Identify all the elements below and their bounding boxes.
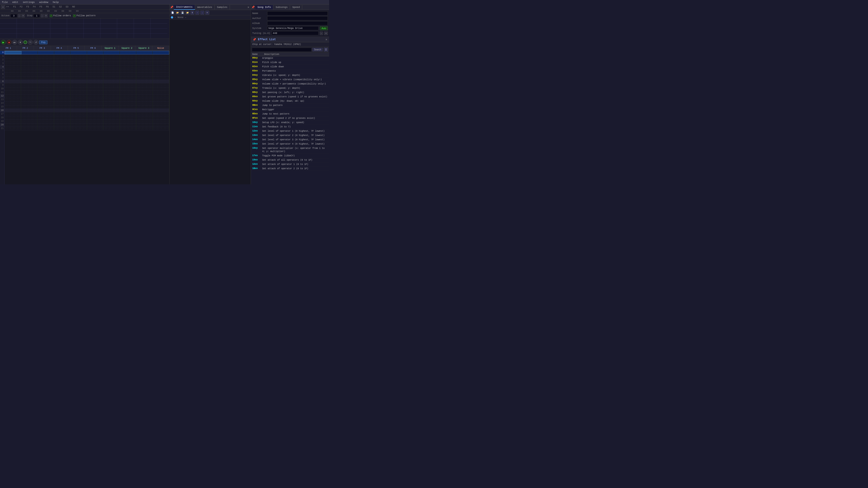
effect-item-23[interactable]: 19xxSet attack of all operators (0 to 1F… <box>251 158 329 162</box>
pattern-cell-7-3[interactable] <box>54 76 70 79</box>
pattern-cell-1-2[interactable] <box>37 55 54 58</box>
add-channel-btn[interactable]: + <box>1 5 5 9</box>
pattern-cell-20-7[interactable] <box>120 123 136 127</box>
pattern-row-15[interactable] <box>4 105 169 109</box>
pattern-cell-0-7[interactable] <box>120 51 136 54</box>
effect-item-3[interactable]: 03xxPortamento <box>251 69 329 73</box>
effect-item-5[interactable]: 05xyVolume slide + vibrato (compatibilit… <box>251 78 329 82</box>
pattern-cell-21-4[interactable] <box>70 127 87 130</box>
wavetable-radio[interactable] <box>171 16 173 19</box>
pattern-cell-7-2[interactable] <box>37 76 54 79</box>
pattern-cell-10-7[interactable] <box>120 87 136 90</box>
pattern-cell-9-5[interactable] <box>87 84 103 87</box>
pattern-cell-20-9[interactable] <box>153 123 169 127</box>
pattern-cell-3-3[interactable] <box>54 62 70 65</box>
pattern-cell-3-8[interactable] <box>136 62 153 65</box>
pattern-cell-8-4[interactable] <box>70 80 87 83</box>
follow-pattern-checkbox[interactable]: ✓ <box>73 14 76 17</box>
effect-item-21[interactable]: 16xySet operator multiplier (x: operator… <box>251 147 329 154</box>
pattern-row-2[interactable] <box>4 58 169 62</box>
effect-item-17[interactable]: 12xxSet level of operator 1 (0 highest, … <box>251 129 329 133</box>
pattern-cell-8-2[interactable] <box>37 80 54 83</box>
pattern-cell-11-7[interactable] <box>120 91 136 94</box>
pattern-cell-3-6[interactable] <box>103 62 120 65</box>
tab-subsongs[interactable]: Subsongs <box>273 5 290 9</box>
instrument-down-btn[interactable]: ↓ <box>200 11 204 15</box>
effect-item-9[interactable]: 09xxSet groove pattern (speed 1 if no gr… <box>251 95 329 99</box>
pattern-cell-10-5[interactable] <box>87 87 103 90</box>
effect-item-25[interactable]: 1BxxSet attack of operator 2 (0 to 1F) <box>251 167 329 171</box>
pattern-cell-21-0[interactable] <box>4 127 21 130</box>
step-minus-btn[interactable]: - <box>41 14 43 18</box>
pattern-row-21[interactable] <box>4 127 169 130</box>
play-btn[interactable]: ▶ <box>1 40 6 45</box>
wave-btn[interactable]: 〜 <box>28 40 33 45</box>
pattern-cell-0-4[interactable] <box>70 51 87 54</box>
pattern-cell-17-2[interactable] <box>37 112 54 116</box>
pattern-cell-1-4[interactable] <box>70 55 87 58</box>
channel-tab-s2[interactable]: S2 <box>57 5 64 8</box>
pattern-cell-18-7[interactable] <box>120 116 136 119</box>
effect-search-btn[interactable]: Search <box>312 48 323 52</box>
pattern-cell-6-3[interactable] <box>54 72 70 76</box>
pattern-cell-2-4[interactable] <box>70 58 87 61</box>
pattern-cell-17-7[interactable] <box>120 112 136 116</box>
pattern-cell-11-1[interactable] <box>21 91 37 94</box>
pattern-cell-14-8[interactable] <box>136 101 153 105</box>
effect-item-18[interactable]: 13xxSet level of operator 2 (0 highest, … <box>251 133 329 138</box>
pattern-cell-4-5[interactable] <box>87 65 103 69</box>
pattern-cell-19-9[interactable] <box>153 120 169 123</box>
pattern-cell-9-2[interactable] <box>37 84 54 87</box>
effect-item-10[interactable]: 0AxyVolume slide (0y: down; x0: up) <box>251 99 329 103</box>
pattern-row-3[interactable] <box>4 62 169 65</box>
pattern-cell-4-7[interactable] <box>120 65 136 69</box>
pattern-cell-9-6[interactable] <box>103 84 120 87</box>
pattern-cell-7-6[interactable] <box>103 76 120 79</box>
effect-item-12[interactable]: 0CxxRetrigger <box>251 108 329 112</box>
pattern-cell-18-4[interactable] <box>70 116 87 119</box>
pattern-row-11[interactable] <box>4 91 169 94</box>
pattern-row-0[interactable] <box>4 51 169 55</box>
pattern-cell-14-9[interactable] <box>153 101 169 105</box>
pattern-cell-15-7[interactable] <box>120 105 136 108</box>
pattern-cell-16-0[interactable] <box>4 109 21 112</box>
tuning-minus-btn[interactable]: - <box>320 32 323 35</box>
pattern-cell-6-6[interactable] <box>103 72 120 76</box>
pattern-cell-12-0[interactable] <box>4 94 21 98</box>
pattern-cell-12-6[interactable] <box>103 94 120 98</box>
pattern-cell-3-2[interactable] <box>37 62 54 65</box>
pattern-row-16[interactable] <box>4 109 169 112</box>
pattern-cell-8-3[interactable] <box>54 80 70 83</box>
channel-tab-no[interactable]: NO <box>70 5 76 8</box>
pattern-cell-21-1[interactable] <box>21 127 37 130</box>
ch-sq1[interactable]: Square 1 <box>101 46 119 51</box>
pattern-cell-21-2[interactable] <box>37 127 54 130</box>
pattern-cell-13-9[interactable] <box>153 98 169 101</box>
pattern-cell-15-3[interactable] <box>54 105 70 108</box>
pattern-cell-12-2[interactable] <box>37 94 54 98</box>
pattern-cell-21-3[interactable] <box>54 127 70 130</box>
pattern-cell-4-9[interactable] <box>153 65 169 69</box>
pattern-cell-13-8[interactable] <box>136 98 153 101</box>
pattern-cell-21-5[interactable] <box>87 127 103 130</box>
tab-samples[interactable]: Samples <box>215 5 230 9</box>
pattern-cell-18-8[interactable] <box>136 116 153 119</box>
pattern-cell-3-5[interactable] <box>87 62 103 65</box>
pattern-cell-19-5[interactable] <box>87 120 103 123</box>
effect-item-2[interactable]: 02xxPitch slide down <box>251 65 329 69</box>
pattern-grid[interactable] <box>4 51 169 184</box>
pattern-cell-12-7[interactable] <box>120 94 136 98</box>
pattern-cell-18-9[interactable] <box>153 116 169 119</box>
channel-tab-f4[interactable]: F4 <box>31 5 37 8</box>
pattern-cell-10-2[interactable] <box>37 87 54 90</box>
instruments-close-btn[interactable]: × <box>246 5 251 9</box>
pattern-cell-4-4[interactable] <box>70 65 87 69</box>
pattern-cell-16-1[interactable] <box>21 109 37 112</box>
follow-orders-check[interactable]: ✓ Follow orders <box>50 14 71 17</box>
pattern-cell-18-5[interactable] <box>87 116 103 119</box>
pattern-cell-12-3[interactable] <box>54 94 70 98</box>
pattern-cell-11-4[interactable] <box>70 91 87 94</box>
pattern-cell-11-0[interactable] <box>4 91 21 94</box>
pattern-cell-11-8[interactable] <box>136 91 153 94</box>
pattern-cell-20-3[interactable] <box>54 123 70 127</box>
